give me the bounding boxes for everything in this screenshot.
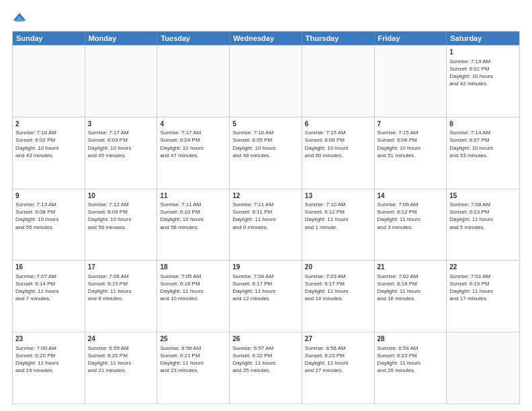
day-number: 14	[378, 191, 444, 201]
day-number: 7	[378, 120, 444, 129]
day-info: Sunrise: 7:11 AM Sunset: 6:10 PM Dayligh…	[160, 201, 226, 231]
day-number: 10	[88, 191, 154, 201]
cal-day-9: 9Sunrise: 7:13 AM Sunset: 6:08 PM Daylig…	[13, 189, 85, 261]
day-info: Sunrise: 7:15 AM Sunset: 6:06 PM Dayligh…	[378, 129, 444, 159]
day-info: Sunrise: 7:18 AM Sunset: 6:02 PM Dayligh…	[15, 129, 82, 159]
day-info: Sunrise: 7:04 AM Sunset: 6:17 PM Dayligh…	[232, 273, 299, 303]
day-number: 13	[305, 191, 371, 201]
day-info: Sunrise: 7:05 AM Sunset: 6:16 PM Dayligh…	[160, 273, 226, 303]
day-number: 12	[232, 191, 299, 201]
cal-week-3: 16Sunrise: 7:07 AM Sunset: 6:14 PM Dayli…	[13, 260, 519, 332]
cal-day-17: 17Sunrise: 7:06 AM Sunset: 6:15 PM Dayli…	[85, 261, 158, 332]
cal-day-12: 12Sunrise: 7:11 AM Sunset: 6:11 PM Dayli…	[230, 189, 302, 261]
day-info: Sunrise: 7:10 AM Sunset: 6:12 PM Dayligh…	[305, 201, 371, 231]
logo-icon	[12, 11, 27, 26]
cal-day-19: 19Sunrise: 7:04 AM Sunset: 6:17 PM Dayli…	[230, 261, 302, 332]
day-number: 28	[378, 334, 444, 344]
day-number: 27	[305, 334, 371, 344]
cal-day-18: 18Sunrise: 7:05 AM Sunset: 6:16 PM Dayli…	[157, 261, 230, 332]
day-info: Sunrise: 7:13 AM Sunset: 6:08 PM Dayligh…	[15, 201, 82, 231]
cal-day-empty	[302, 46, 375, 117]
day-number: 16	[15, 263, 82, 272]
logo	[12, 11, 30, 26]
cal-header-tuesday: Tuesday	[157, 32, 230, 45]
cal-day-14: 14Sunrise: 7:09 AM Sunset: 6:12 PM Dayli…	[375, 189, 447, 261]
header	[12, 11, 520, 26]
day-info: Sunrise: 6:54 AM Sunset: 6:23 PM Dayligh…	[378, 345, 444, 375]
cal-day-empty	[375, 46, 447, 117]
cal-day-empty	[85, 46, 158, 117]
day-info: Sunrise: 7:00 AM Sunset: 6:20 PM Dayligh…	[15, 345, 82, 375]
cal-day-5: 5Sunrise: 7:16 AM Sunset: 6:05 PM Daylig…	[230, 118, 302, 189]
day-info: Sunrise: 7:02 AM Sunset: 6:18 PM Dayligh…	[378, 273, 444, 303]
cal-header-saturday: Saturday	[447, 32, 519, 45]
cal-day-empty	[230, 46, 302, 117]
day-number: 25	[160, 334, 226, 344]
day-number: 11	[160, 191, 226, 201]
day-number: 24	[88, 334, 154, 344]
day-info: Sunrise: 7:19 AM Sunset: 6:01 PM Dayligh…	[449, 58, 517, 88]
cal-day-28: 28Sunrise: 6:54 AM Sunset: 6:23 PM Dayli…	[375, 332, 447, 404]
day-info: Sunrise: 6:56 AM Sunset: 6:23 PM Dayligh…	[305, 345, 371, 375]
cal-day-21: 21Sunrise: 7:02 AM Sunset: 6:18 PM Dayli…	[375, 261, 447, 332]
day-info: Sunrise: 7:11 AM Sunset: 6:11 PM Dayligh…	[232, 201, 299, 231]
day-info: Sunrise: 7:09 AM Sunset: 6:12 PM Dayligh…	[378, 201, 444, 231]
cal-day-6: 6Sunrise: 7:15 AM Sunset: 6:06 PM Daylig…	[302, 118, 375, 189]
cal-day-2: 2Sunrise: 7:18 AM Sunset: 6:02 PM Daylig…	[13, 118, 85, 189]
cal-day-24: 24Sunrise: 6:59 AM Sunset: 6:20 PM Dayli…	[85, 332, 158, 404]
cal-week-2: 9Sunrise: 7:13 AM Sunset: 6:08 PM Daylig…	[13, 189, 519, 261]
calendar: SundayMondayTuesdayWednesdayThursdayFrid…	[12, 31, 520, 404]
day-number: 23	[15, 334, 82, 344]
cal-day-empty	[157, 46, 230, 117]
day-number: 18	[160, 263, 226, 272]
day-number: 6	[305, 120, 371, 129]
cal-day-13: 13Sunrise: 7:10 AM Sunset: 6:12 PM Dayli…	[302, 189, 375, 261]
cal-day-25: 25Sunrise: 6:58 AM Sunset: 6:21 PM Dayli…	[157, 332, 230, 404]
day-number: 17	[88, 263, 154, 272]
day-number: 19	[232, 263, 299, 272]
cal-day-10: 10Sunrise: 7:12 AM Sunset: 6:09 PM Dayli…	[85, 189, 158, 261]
cal-header-wednesday: Wednesday	[230, 32, 302, 45]
cal-day-16: 16Sunrise: 7:07 AM Sunset: 6:14 PM Dayli…	[13, 261, 85, 332]
day-number: 1	[449, 48, 517, 57]
day-info: Sunrise: 7:07 AM Sunset: 6:14 PM Dayligh…	[15, 273, 82, 303]
day-number: 21	[378, 263, 444, 272]
calendar-body: 1Sunrise: 7:19 AM Sunset: 6:01 PM Daylig…	[13, 45, 519, 404]
cal-header-thursday: Thursday	[302, 32, 375, 45]
cal-header-monday: Monday	[85, 32, 158, 45]
day-info: Sunrise: 7:16 AM Sunset: 6:05 PM Dayligh…	[232, 129, 299, 159]
cal-week-4: 23Sunrise: 7:00 AM Sunset: 6:20 PM Dayli…	[13, 332, 519, 404]
cal-day-23: 23Sunrise: 7:00 AM Sunset: 6:20 PM Dayli…	[13, 332, 85, 404]
day-number: 15	[449, 191, 517, 201]
day-number: 22	[449, 263, 517, 272]
cal-day-20: 20Sunrise: 7:03 AM Sunset: 6:17 PM Dayli…	[302, 261, 375, 332]
day-number: 3	[88, 120, 154, 129]
cal-day-11: 11Sunrise: 7:11 AM Sunset: 6:10 PM Dayli…	[157, 189, 230, 261]
cal-day-15: 15Sunrise: 7:08 AM Sunset: 6:13 PM Dayli…	[447, 189, 519, 261]
day-info: Sunrise: 6:57 AM Sunset: 6:22 PM Dayligh…	[232, 345, 299, 375]
day-info: Sunrise: 6:59 AM Sunset: 6:20 PM Dayligh…	[88, 345, 154, 375]
day-info: Sunrise: 7:15 AM Sunset: 6:06 PM Dayligh…	[305, 129, 371, 159]
day-info: Sunrise: 7:03 AM Sunset: 6:17 PM Dayligh…	[305, 273, 371, 303]
day-number: 5	[232, 120, 299, 129]
day-info: Sunrise: 6:58 AM Sunset: 6:21 PM Dayligh…	[160, 345, 226, 375]
cal-week-1: 2Sunrise: 7:18 AM Sunset: 6:02 PM Daylig…	[13, 117, 519, 189]
day-number: 9	[15, 191, 82, 201]
day-info: Sunrise: 7:06 AM Sunset: 6:15 PM Dayligh…	[88, 273, 154, 303]
day-info: Sunrise: 7:08 AM Sunset: 6:13 PM Dayligh…	[449, 201, 517, 231]
day-info: Sunrise: 7:17 AM Sunset: 6:03 PM Dayligh…	[88, 129, 154, 159]
cal-day-1: 1Sunrise: 7:19 AM Sunset: 6:01 PM Daylig…	[447, 46, 519, 117]
day-info: Sunrise: 7:14 AM Sunset: 6:07 PM Dayligh…	[449, 129, 517, 159]
cal-week-0: 1Sunrise: 7:19 AM Sunset: 6:01 PM Daylig…	[13, 45, 519, 117]
cal-day-3: 3Sunrise: 7:17 AM Sunset: 6:03 PM Daylig…	[85, 118, 158, 189]
day-number: 8	[449, 120, 517, 129]
day-info: Sunrise: 7:17 AM Sunset: 6:04 PM Dayligh…	[160, 129, 226, 159]
cal-day-22: 22Sunrise: 7:01 AM Sunset: 6:19 PM Dayli…	[447, 261, 519, 332]
cal-day-26: 26Sunrise: 6:57 AM Sunset: 6:22 PM Dayli…	[230, 332, 302, 404]
cal-day-27: 27Sunrise: 6:56 AM Sunset: 6:23 PM Dayli…	[302, 332, 375, 404]
day-number: 26	[232, 334, 299, 344]
cal-header-sunday: Sunday	[13, 32, 85, 45]
cal-header-friday: Friday	[375, 32, 447, 45]
day-info: Sunrise: 7:12 AM Sunset: 6:09 PM Dayligh…	[88, 201, 154, 231]
day-info: Sunrise: 7:01 AM Sunset: 6:19 PM Dayligh…	[449, 273, 517, 303]
